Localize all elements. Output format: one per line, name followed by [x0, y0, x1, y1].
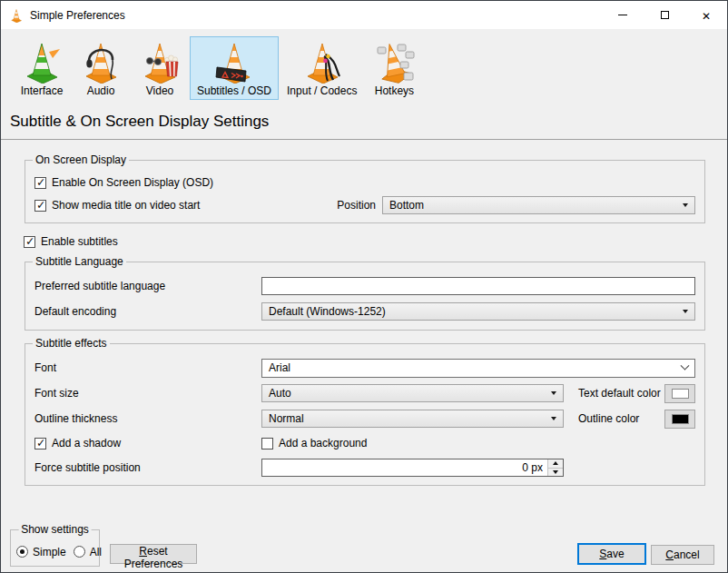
force-position-row: Force subtitle position	[34, 459, 695, 477]
input-codecs-icon	[300, 40, 344, 84]
toolbar-item-label: Audio	[87, 84, 115, 97]
save-button[interactable]: Save	[577, 543, 646, 565]
heading-divider	[1, 139, 727, 140]
shadow-background-row: Add a shadow Add a background	[34, 436, 695, 450]
enable-subtitles-checkbox[interactable]	[24, 236, 35, 248]
vlc-app-icon	[9, 8, 24, 23]
preferred-language-row: Preferred subtitle language	[34, 277, 695, 295]
maximize-button[interactable]	[644, 1, 685, 29]
add-background-label[interactable]: Add a background	[279, 437, 367, 450]
maximize-icon	[661, 11, 669, 19]
outline-color-button[interactable]	[664, 410, 695, 429]
font-row: Font Arial	[34, 359, 695, 377]
window-controls	[602, 1, 727, 29]
reset-preferences-button[interactable]: Reset Preferences	[110, 544, 197, 564]
position-value: Bottom	[389, 199, 424, 212]
toolbar-item-video[interactable]: Video	[131, 36, 189, 100]
close-button[interactable]	[685, 1, 727, 29]
add-background-group: Add a background	[261, 437, 367, 450]
dropdown-arrow-icon	[551, 391, 556, 395]
group-show-settings: Show settings Simple All	[10, 529, 100, 567]
outline-thickness-value: Normal	[269, 412, 304, 425]
group-title: On Screen Display	[33, 153, 129, 166]
radio-all-label[interactable]: All	[90, 546, 102, 558]
show-media-title-row: Show media title on video start Position…	[34, 196, 695, 214]
add-shadow-group: Add a shadow	[34, 437, 261, 450]
spinner-down-icon	[553, 470, 558, 474]
force-position-spinner	[261, 459, 564, 477]
close-icon	[702, 7, 711, 24]
enable-subtitles-row: Enable subtitles	[24, 233, 727, 250]
radio-all[interactable]	[74, 546, 85, 558]
radio-simple-label[interactable]: Simple	[33, 546, 66, 558]
toolbar-item-label: Input / Codecs	[287, 84, 357, 97]
position-dropdown[interactable]: Bottom	[382, 196, 695, 214]
preferred-language-label: Preferred subtitle language	[34, 280, 261, 292]
hotkeys-icon	[372, 40, 416, 84]
window-title: Simple Preferences	[30, 9, 125, 22]
simple-preferences-window: Simple Preferences Interface	[0, 0, 728, 573]
add-shadow-checkbox[interactable]	[34, 438, 46, 450]
text-default-color-button[interactable]	[664, 384, 695, 403]
outline-thickness-label: Outline thickness	[34, 412, 261, 425]
font-size-dropdown[interactable]: Auto	[261, 384, 564, 402]
audio-icon	[79, 40, 123, 84]
dropdown-arrow-icon	[683, 310, 688, 313]
minimize-icon	[618, 15, 627, 15]
font-size-label: Font size	[34, 387, 261, 400]
outline-thickness-row: Outline thickness Normal Outline color	[34, 410, 695, 428]
default-encoding-label: Default encoding	[34, 305, 261, 318]
show-media-title-label[interactable]: Show media title on video start	[52, 199, 200, 212]
spinner-up-icon	[553, 461, 558, 465]
group-title: Show settings	[18, 523, 92, 536]
enable-osd-checkbox[interactable]	[34, 177, 46, 189]
group-subtitle-effects: Subtitle effects Font Arial Font size Au…	[25, 343, 705, 486]
chevron-down-icon	[681, 361, 690, 370]
subtitles-osd-icon	[212, 40, 256, 84]
force-position-input[interactable]	[262, 459, 547, 476]
outline-thickness-dropdown[interactable]: Normal	[261, 410, 564, 428]
font-value: Arial	[269, 361, 290, 374]
default-encoding-dropdown[interactable]: Default (Windows-1252)	[261, 302, 695, 321]
group-title: Subtitle Language	[33, 255, 126, 268]
group-subtitle-language: Subtitle Language Preferred subtitle lan…	[25, 262, 705, 331]
position-label: Position	[337, 199, 376, 212]
add-shadow-label[interactable]: Add a shadow	[52, 437, 121, 450]
toolbar-item-input-codecs[interactable]: Input / Codecs	[280, 36, 364, 100]
font-size-row: Font size Auto Text default color	[34, 384, 695, 402]
show-media-title-checkbox[interactable]	[34, 200, 46, 212]
radio-simple[interactable]	[16, 546, 28, 558]
preferred-language-input[interactable]	[261, 277, 695, 295]
video-icon	[138, 40, 182, 84]
toolbar-item-label: Subtitles / OSD	[197, 84, 271, 97]
spinner-down-button[interactable]	[548, 469, 563, 477]
force-position-label: Force subtitle position	[34, 461, 261, 474]
font-size-value: Auto	[269, 387, 291, 400]
toolbar-item-hotkeys[interactable]: Hotkeys	[365, 36, 423, 100]
enable-osd-label[interactable]: Enable On Screen Display (OSD)	[52, 176, 213, 189]
minimize-button[interactable]	[602, 1, 644, 29]
toolbar-item-subtitles-osd[interactable]: Subtitles / OSD	[190, 36, 279, 100]
interface-icon	[20, 40, 64, 84]
enable-osd-row: Enable On Screen Display (OSD)	[34, 174, 695, 191]
enable-subtitles-label[interactable]: Enable subtitles	[41, 235, 118, 248]
titlebar: Simple Preferences	[1, 1, 727, 29]
add-background-checkbox[interactable]	[261, 438, 273, 450]
toolbar-item-label: Hotkeys	[375, 84, 414, 97]
preferences-toolbar: Interface Audio	[1, 29, 727, 100]
toolbar-item-interface[interactable]: Interface	[13, 36, 71, 100]
text-default-color-label: Text default color	[578, 387, 661, 400]
color-swatch	[672, 414, 689, 424]
toolbar-item-label: Interface	[21, 84, 64, 97]
font-label: Font	[34, 361, 261, 374]
cancel-button[interactable]: Cancel	[651, 545, 714, 565]
group-title: Subtitle effects	[33, 337, 110, 350]
font-combobox[interactable]: Arial	[261, 359, 695, 378]
color-swatch	[672, 389, 689, 399]
spinner-up-button[interactable]	[548, 459, 563, 469]
dropdown-arrow-icon	[551, 417, 556, 420]
page-title: Subtitle & On Screen Display Settings	[10, 113, 727, 131]
outline-color-label: Outline color	[578, 412, 639, 425]
toolbar-item-audio[interactable]: Audio	[72, 36, 130, 100]
default-encoding-value: Default (Windows-1252)	[269, 305, 386, 318]
